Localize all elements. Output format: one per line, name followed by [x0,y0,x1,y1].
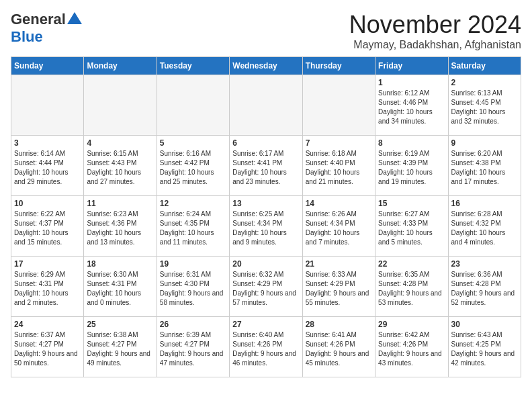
day-info: Sunrise: 6:33 AM Sunset: 4:29 PM Dayligh… [306,270,372,308]
calendar-cell [84,75,157,136]
calendar-cell [230,75,302,136]
day-number: 6 [232,138,299,148]
calendar-cell: 30Sunrise: 6:43 AM Sunset: 4:25 PM Dayli… [448,317,521,377]
calendar-cell: 20Sunrise: 6:32 AM Sunset: 4:29 PM Dayli… [230,257,302,317]
header-monday: Monday [84,57,157,75]
location: Maymay, Badakhshan, Afghanistan [349,39,521,51]
day-number: 30 [451,320,518,329]
day-info: Sunrise: 6:15 AM Sunset: 4:43 PM Dayligh… [87,149,153,187]
title-block: November 2024 Maymay, Badakhshan, Afghan… [349,11,521,51]
day-number: 25 [87,320,153,329]
header-tuesday: Tuesday [157,57,229,75]
calendar-cell [11,75,84,136]
calendar-cell: 17Sunrise: 6:29 AM Sunset: 4:31 PM Dayli… [11,257,84,317]
day-number: 24 [14,320,81,329]
day-number: 4 [87,138,153,148]
day-number: 14 [306,199,372,208]
day-info: Sunrise: 6:41 AM Sunset: 4:26 PM Dayligh… [306,330,372,368]
day-info: Sunrise: 6:26 AM Sunset: 4:34 PM Dayligh… [306,210,372,247]
calendar-cell: 1Sunrise: 6:12 AM Sunset: 4:46 PM Daylig… [375,75,448,136]
day-info: Sunrise: 6:32 AM Sunset: 4:29 PM Dayligh… [232,270,299,308]
day-info: Sunrise: 6:24 AM Sunset: 4:35 PM Dayligh… [160,210,226,247]
day-info: Sunrise: 6:40 AM Sunset: 4:26 PM Dayligh… [232,330,299,368]
calendar-cell: 29Sunrise: 6:42 AM Sunset: 4:26 PM Dayli… [375,317,448,377]
week-row-2: 10Sunrise: 6:22 AM Sunset: 4:37 PM Dayli… [11,196,521,257]
day-info: Sunrise: 6:27 AM Sunset: 4:33 PM Dayligh… [378,210,445,247]
calendar-cell: 22Sunrise: 6:35 AM Sunset: 4:28 PM Dayli… [375,257,448,317]
calendar-cell: 5Sunrise: 6:16 AM Sunset: 4:42 PM Daylig… [157,136,229,196]
day-number: 18 [87,259,153,269]
day-info: Sunrise: 6:39 AM Sunset: 4:27 PM Dayligh… [160,330,226,368]
day-info: Sunrise: 6:17 AM Sunset: 4:41 PM Dayligh… [232,149,299,187]
calendar-cell: 26Sunrise: 6:39 AM Sunset: 4:27 PM Dayli… [157,317,229,377]
header: General Blue November 2024 Maymay, Badak… [11,11,521,51]
calendar-cell: 7Sunrise: 6:18 AM Sunset: 4:40 PM Daylig… [302,136,375,196]
week-row-1: 3Sunrise: 6:14 AM Sunset: 4:44 PM Daylig… [11,136,521,196]
day-number: 21 [306,259,372,269]
day-info: Sunrise: 6:18 AM Sunset: 4:40 PM Dayligh… [306,149,372,187]
header-sunday: Sunday [11,57,84,75]
calendar-cell: 23Sunrise: 6:36 AM Sunset: 4:28 PM Dayli… [448,257,521,317]
logo-general-text: General [11,11,66,28]
calendar-cell: 10Sunrise: 6:22 AM Sunset: 4:37 PM Dayli… [11,196,84,257]
calendar-cell: 8Sunrise: 6:19 AM Sunset: 4:39 PM Daylig… [375,136,448,196]
day-info: Sunrise: 6:25 AM Sunset: 4:34 PM Dayligh… [232,210,299,247]
calendar-cell: 12Sunrise: 6:24 AM Sunset: 4:35 PM Dayli… [157,196,229,257]
day-number: 26 [160,320,226,329]
day-number: 5 [160,138,226,148]
logo-arrow-icon [67,12,82,24]
calendar-cell: 14Sunrise: 6:26 AM Sunset: 4:34 PM Dayli… [302,196,375,257]
calendar-cell: 15Sunrise: 6:27 AM Sunset: 4:33 PM Dayli… [375,196,448,257]
day-number: 29 [378,320,445,329]
calendar-cell: 16Sunrise: 6:28 AM Sunset: 4:32 PM Dayli… [448,196,521,257]
day-number: 3 [14,138,81,148]
logo-blue-text: Blue [11,28,43,45]
calendar-cell: 2Sunrise: 6:13 AM Sunset: 4:45 PM Daylig… [448,75,521,136]
calendar-cell: 24Sunrise: 6:37 AM Sunset: 4:27 PM Dayli… [11,317,84,377]
calendar-cell: 9Sunrise: 6:20 AM Sunset: 4:38 PM Daylig… [448,136,521,196]
calendar-cell [302,75,375,136]
day-number: 23 [451,259,518,269]
day-info: Sunrise: 6:31 AM Sunset: 4:30 PM Dayligh… [160,270,226,308]
day-info: Sunrise: 6:13 AM Sunset: 4:45 PM Dayligh… [451,89,518,126]
day-info: Sunrise: 6:42 AM Sunset: 4:26 PM Dayligh… [378,330,445,368]
day-number: 8 [378,138,445,148]
logo: General Blue [11,11,82,46]
week-row-3: 17Sunrise: 6:29 AM Sunset: 4:31 PM Dayli… [11,257,521,317]
day-number: 27 [232,320,299,329]
calendar-cell: 18Sunrise: 6:30 AM Sunset: 4:31 PM Dayli… [84,257,157,317]
day-number: 7 [306,138,372,148]
day-number: 15 [378,199,445,208]
calendar-cell: 4Sunrise: 6:15 AM Sunset: 4:43 PM Daylig… [84,136,157,196]
calendar-cell: 28Sunrise: 6:41 AM Sunset: 4:26 PM Dayli… [302,317,375,377]
day-number: 19 [160,259,226,269]
header-saturday: Saturday [448,57,521,75]
day-number: 2 [451,78,518,87]
day-number: 13 [232,199,299,208]
day-number: 9 [451,138,518,148]
day-info: Sunrise: 6:16 AM Sunset: 4:42 PM Dayligh… [160,149,226,187]
calendar-cell [157,75,229,136]
day-info: Sunrise: 6:28 AM Sunset: 4:32 PM Dayligh… [451,210,518,247]
day-number: 16 [451,199,518,208]
day-info: Sunrise: 6:36 AM Sunset: 4:28 PM Dayligh… [451,270,518,308]
week-row-0: 1Sunrise: 6:12 AM Sunset: 4:46 PM Daylig… [11,75,521,136]
day-info: Sunrise: 6:14 AM Sunset: 4:44 PM Dayligh… [14,149,81,187]
calendar-cell: 21Sunrise: 6:33 AM Sunset: 4:29 PM Dayli… [302,257,375,317]
day-info: Sunrise: 6:29 AM Sunset: 4:31 PM Dayligh… [14,270,81,308]
day-number: 17 [14,259,81,269]
calendar-cell: 6Sunrise: 6:17 AM Sunset: 4:41 PM Daylig… [230,136,302,196]
day-info: Sunrise: 6:38 AM Sunset: 4:27 PM Dayligh… [87,330,153,368]
header-thursday: Thursday [302,57,375,75]
svg-marker-0 [67,12,82,24]
week-row-4: 24Sunrise: 6:37 AM Sunset: 4:27 PM Dayli… [11,317,521,377]
day-info: Sunrise: 6:37 AM Sunset: 4:27 PM Dayligh… [14,330,81,368]
day-number: 10 [14,199,81,208]
day-number: 12 [160,199,226,208]
calendar-cell: 11Sunrise: 6:23 AM Sunset: 4:36 PM Dayli… [84,196,157,257]
day-info: Sunrise: 6:19 AM Sunset: 4:39 PM Dayligh… [378,149,445,187]
header-wednesday: Wednesday [230,57,302,75]
day-info: Sunrise: 6:20 AM Sunset: 4:38 PM Dayligh… [451,149,518,187]
day-number: 22 [378,259,445,269]
calendar-table: SundayMondayTuesdayWednesdayThursdayFrid… [11,56,521,377]
